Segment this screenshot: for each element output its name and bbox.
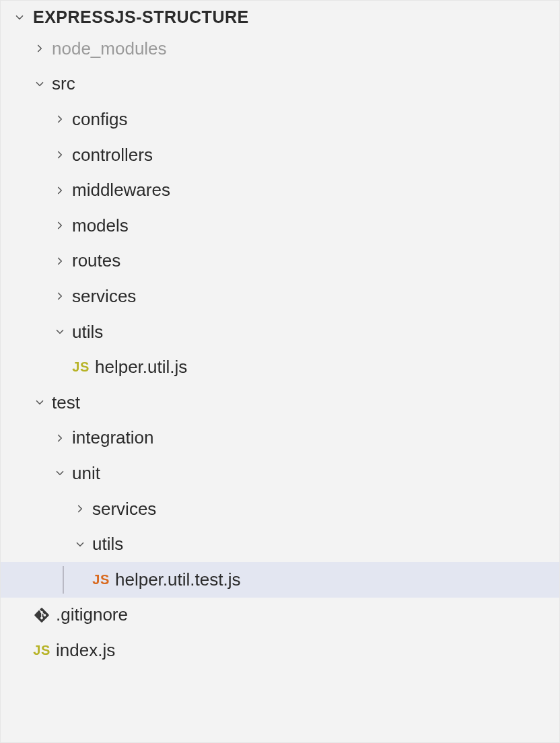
- root-folder-header[interactable]: EXPRESSJS-STRUCTURE: [1, 1, 559, 31]
- tree-item-label: index.js: [53, 640, 115, 661]
- tree-item-label: helper.util.test.js: [112, 569, 240, 590]
- tree-item-label: models: [69, 215, 129, 236]
- tree-file-helper-util[interactable]: JS helper.util.js: [1, 349, 559, 385]
- tree-folder-utils[interactable]: utils: [1, 314, 559, 350]
- tree-folder-node-modules[interactable]: node_modules: [1, 31, 559, 67]
- tree-file-helper-util-test[interactable]: JS helper.util.test.js: [1, 562, 559, 598]
- tree-item-label: services: [69, 286, 136, 307]
- tree-item-label: utils: [90, 534, 123, 555]
- chevron-down-icon: [30, 78, 49, 90]
- tree-item-label: .gitignore: [53, 604, 128, 625]
- chevron-right-icon: [71, 503, 90, 515]
- tree-folder-src[interactable]: src: [1, 67, 559, 102]
- chevron-down-icon: [50, 326, 69, 338]
- tree-folder-models[interactable]: models: [1, 208, 559, 244]
- tree-item-label: configs: [69, 109, 127, 130]
- chevron-right-icon: [30, 42, 49, 55]
- tree-folder-unit-utils[interactable]: utils: [1, 526, 559, 562]
- tree-item-label: utils: [69, 322, 103, 343]
- chevron-down-icon: [50, 467, 69, 479]
- js-file-icon: JS: [30, 643, 53, 658]
- chevron-right-icon: [50, 290, 69, 302]
- js-file-icon: JS: [90, 572, 112, 588]
- tree-folder-controllers[interactable]: controllers: [1, 137, 559, 173]
- file-tree: node_modules src configs controllers: [1, 31, 559, 668]
- tree-item-label: helper.util.js: [92, 357, 187, 378]
- chevron-right-icon: [50, 149, 69, 161]
- tree-folder-configs[interactable]: configs: [1, 102, 559, 137]
- tree-folder-services[interactable]: services: [1, 279, 559, 314]
- tree-file-index-js[interactable]: JS index.js: [1, 633, 559, 668]
- chevron-right-icon: [50, 184, 69, 197]
- tree-folder-integration[interactable]: integration: [1, 421, 559, 456]
- file-explorer-panel: EXPRESSJS-STRUCTURE node_modules src con…: [0, 0, 560, 743]
- tree-item-label: test: [49, 392, 80, 413]
- chevron-down-icon: [10, 11, 29, 24]
- tree-folder-middlewares[interactable]: middlewares: [1, 172, 559, 208]
- chevron-down-icon: [71, 538, 90, 551]
- chevron-down-icon: [30, 396, 49, 409]
- tree-item-label: node_modules: [49, 38, 167, 59]
- chevron-right-icon: [50, 113, 69, 125]
- chevron-right-icon: [50, 432, 69, 444]
- root-folder-label: EXPRESSJS-STRUCTURE: [29, 7, 249, 27]
- tree-item-label: unit: [69, 463, 100, 484]
- tree-file-gitignore[interactable]: .gitignore: [1, 598, 559, 633]
- js-file-icon: JS: [69, 359, 92, 375]
- tree-item-label: controllers: [69, 145, 153, 166]
- tree-item-label: integration: [69, 427, 153, 448]
- tree-folder-routes[interactable]: routes: [1, 244, 559, 279]
- chevron-right-icon: [50, 255, 69, 267]
- tree-item-label: src: [49, 73, 75, 94]
- tree-item-label: routes: [69, 250, 120, 271]
- tree-folder-unit-services[interactable]: services: [1, 491, 559, 527]
- chevron-right-icon: [50, 219, 69, 232]
- tree-folder-test[interactable]: test: [1, 385, 559, 421]
- tree-item-label: middlewares: [69, 180, 170, 201]
- tree-folder-unit[interactable]: unit: [1, 456, 559, 491]
- tree-item-label: services: [90, 499, 156, 520]
- git-icon: [30, 607, 53, 623]
